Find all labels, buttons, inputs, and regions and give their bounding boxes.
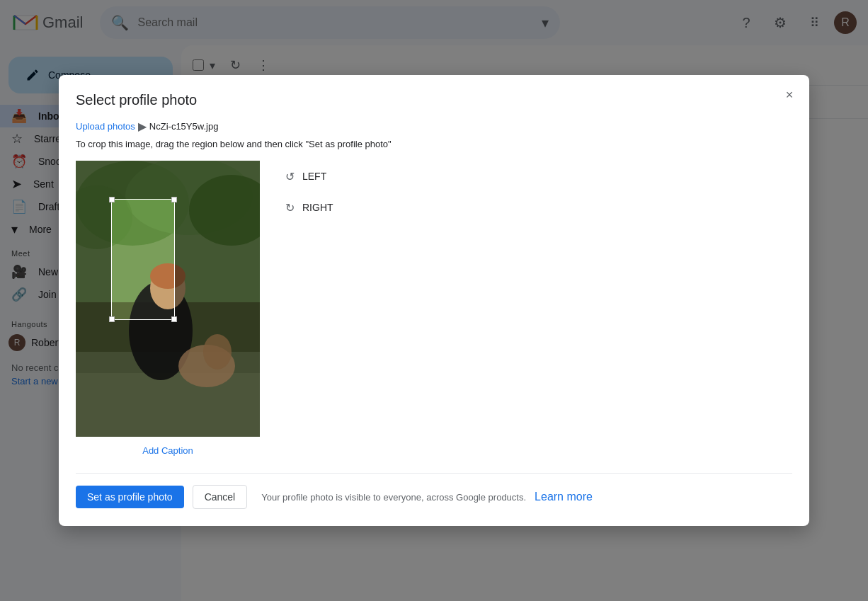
breadcrumb: Upload photos ▶ NcZi-c15Y5w.jpg: [76, 120, 792, 133]
rotate-left-label: LEFT: [302, 171, 326, 182]
breadcrumb-upload-photos-link[interactable]: Upload photos: [76, 121, 135, 132]
breadcrumb-current-file: NcZi-c15Y5w.jpg: [149, 121, 219, 132]
modal-title: Select profile photo: [76, 92, 792, 108]
modal-close-button[interactable]: ×: [781, 86, 798, 103]
breadcrumb-arrow: ▶: [138, 120, 147, 133]
svg-rect-14: [76, 320, 260, 437]
rotate-controls: ↺ LEFT ↻ RIGHT: [282, 166, 333, 217]
learn-more-link[interactable]: Learn more: [535, 491, 593, 503]
crop-handle-bottom-right[interactable]: [171, 316, 177, 322]
crop-handle-top-right[interactable]: [171, 197, 177, 202]
crop-handle-bottom-left[interactable]: [109, 316, 115, 322]
rotate-right-icon: ↻: [282, 200, 297, 214]
modal-body: Add Caption ↺ LEFT ↻ RIGHT: [76, 161, 792, 456]
rotate-left-button[interactable]: ↺ LEFT: [282, 166, 333, 186]
crop-instruction: To crop this image, drag the region belo…: [76, 139, 792, 149]
rotate-right-label: RIGHT: [302, 202, 333, 213]
svg-rect-11: [76, 161, 260, 199]
svg-rect-13: [175, 199, 260, 320]
image-container[interactable]: [76, 161, 260, 440]
image-section: Add Caption: [76, 161, 260, 456]
crop-box[interactable]: [111, 199, 175, 320]
cancel-button[interactable]: Cancel: [193, 485, 248, 509]
rotate-left-icon: ↺: [282, 169, 297, 183]
svg-rect-12: [76, 199, 111, 320]
svg-point-16: [203, 334, 232, 370]
modal-footer: Set as profile photo Cancel Your profile…: [76, 473, 792, 509]
select-profile-photo-modal: Select profile photo × Upload photos ▶ N…: [59, 75, 809, 526]
footer-privacy-note: Your profile photo is visible to everyon…: [261, 492, 526, 503]
set-profile-photo-button[interactable]: Set as profile photo: [76, 486, 184, 508]
crop-handle-top-left[interactable]: [109, 197, 115, 202]
rotate-right-button[interactable]: ↻ RIGHT: [282, 198, 333, 217]
modal-overlay: Select profile photo × Upload photos ▶ N…: [0, 0, 868, 601]
image-caption[interactable]: Add Caption: [142, 445, 193, 456]
